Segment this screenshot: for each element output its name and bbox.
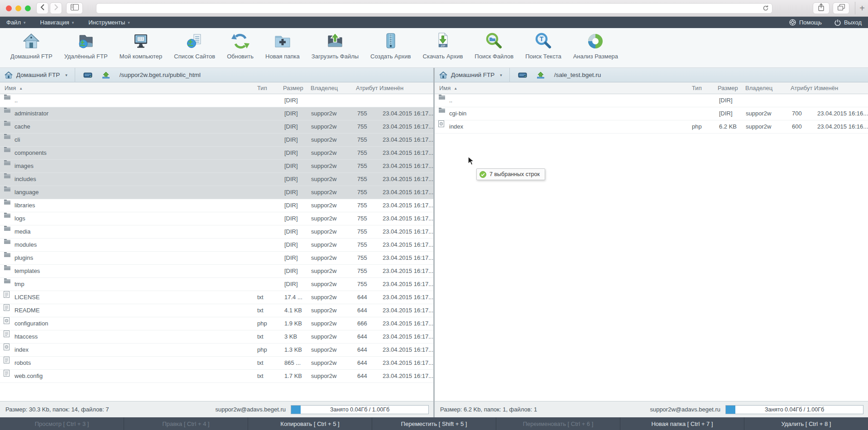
new-tab-button[interactable]: + bbox=[857, 2, 867, 14]
column-header-owner[interactable]: Владелец bbox=[311, 82, 338, 94]
zoom-window-button[interactable] bbox=[25, 5, 31, 11]
cell-attr: 755 bbox=[357, 212, 367, 225]
column-header-name[interactable]: Имя▲ bbox=[5, 82, 23, 94]
toolbar-new-folder-button[interactable]: Новая папка bbox=[259, 31, 306, 60]
cell-modified: 23.04.2015 16:17... bbox=[383, 134, 433, 146]
go-root-button[interactable] bbox=[82, 70, 94, 81]
toolbar-home-ftp-button[interactable]: Домашний FTP bbox=[5, 31, 58, 60]
menu-left: Файл▾Навигация▾Инструменты▾ bbox=[6, 19, 144, 26]
cell-modified: 23.04.2015 16:17... bbox=[383, 291, 433, 304]
table-row[interactable]: robotstxt865 ...suppor2w64423.04.2015 16… bbox=[0, 357, 433, 370]
go-up-button[interactable] bbox=[100, 70, 112, 81]
toolbar-search-text-button[interactable]: TПоиск Текста bbox=[519, 31, 567, 60]
cell-name: cgi-bin bbox=[449, 107, 466, 120]
table-row[interactable]: includes[DIR]suppor2w75523.04.2015 16:17… bbox=[0, 173, 433, 186]
quota-bar[interactable]: Занято 0.04Гб / 1.00Гб bbox=[291, 405, 429, 414]
toolbar-remote-ftp-button[interactable]: Удалённый FTP bbox=[58, 31, 114, 60]
table-row[interactable]: cgi-bin[DIR]suppor2w70023.04.2015 16:16.… bbox=[435, 107, 868, 120]
table-row[interactable]: ..[DIR] bbox=[435, 94, 868, 107]
back-button[interactable] bbox=[36, 2, 48, 14]
toolbar-download-archive-button[interactable]: ZIPСкачать Архив bbox=[417, 31, 469, 60]
menu-navigation[interactable]: Навигация▾ bbox=[40, 19, 74, 26]
power-icon bbox=[834, 19, 841, 26]
column-header-type[interactable]: Тип bbox=[257, 82, 267, 94]
menu-help[interactable]: Помощь bbox=[789, 19, 822, 26]
toolbar-create-archive-button[interactable]: Создать Архив bbox=[364, 31, 417, 60]
address-bar[interactable] bbox=[96, 3, 772, 14]
table-row[interactable]: indexphp6.2 KBsuppor2w60023.04.2015 16:1… bbox=[435, 120, 868, 134]
table-row[interactable]: templates[DIR]suppor2w75523.04.2015 16:1… bbox=[0, 265, 433, 278]
menu-exit[interactable]: Выход bbox=[834, 19, 862, 26]
table-row[interactable]: language[DIR]suppor2w75523.04.2015 16:17… bbox=[0, 186, 433, 199]
column-header-type[interactable]: Тип bbox=[692, 82, 702, 94]
action-копировать[interactable]: Копировать [ Ctrl + 5 ] bbox=[248, 417, 372, 430]
column-header-modified[interactable]: Изменён bbox=[814, 82, 838, 94]
table-row[interactable]: indexphp1.3 KBsuppor2w64423.04.2015 16:1… bbox=[0, 344, 433, 357]
toolbar-my-computer-button[interactable]: Мой компьютер bbox=[114, 31, 168, 60]
table-row[interactable]: components[DIR]suppor2w75523.04.2015 16:… bbox=[0, 147, 433, 160]
table-row[interactable]: READMEtxt4.1 KBsuppor2w64423.04.2015 16:… bbox=[0, 304, 433, 317]
cell-size: 865 ... bbox=[284, 357, 301, 369]
minimize-window-button[interactable] bbox=[15, 5, 21, 11]
column-header-attr[interactable]: Атрибут bbox=[791, 82, 812, 94]
sort-asc-icon: ▲ bbox=[19, 86, 23, 91]
reload-icon[interactable] bbox=[762, 5, 769, 11]
folder-icon bbox=[4, 252, 11, 258]
action-удалить[interactable]: Удалить [ Ctrl + 8 ] bbox=[744, 417, 868, 430]
column-header-owner[interactable]: Владелец bbox=[745, 82, 772, 94]
cell-modified: 23.04.2015 16:17... bbox=[383, 344, 433, 356]
column-header-size[interactable]: Размер bbox=[718, 82, 738, 94]
cell-modified: 23.04.2015 16:17... bbox=[383, 370, 433, 382]
column-header-name[interactable]: Имя▲ bbox=[439, 82, 457, 94]
table-row[interactable]: images[DIR]suppor2w75523.04.2015 16:17..… bbox=[0, 160, 433, 173]
share-button[interactable] bbox=[813, 2, 830, 14]
menu-file[interactable]: Файл▾ bbox=[6, 19, 26, 26]
ftp-source-selector[interactable]: Домашний FTP▾ bbox=[5, 72, 67, 79]
go-up-button[interactable] bbox=[534, 70, 547, 81]
table-row[interactable]: modules[DIR]suppor2w75523.04.2015 16:17.… bbox=[0, 239, 433, 252]
table-row[interactable]: libraries[DIR]suppor2w75523.04.2015 16:1… bbox=[0, 199, 433, 212]
menu-tools[interactable]: Инструменты▾ bbox=[88, 19, 130, 26]
table-row[interactable]: LICENSEtxt17.4 ...suppor2w64423.04.2015 … bbox=[0, 291, 433, 304]
cell-attr: 644 bbox=[357, 291, 367, 304]
quota-bar[interactable]: Занято 0.04Гб / 1.00Гб bbox=[725, 405, 863, 414]
table-row[interactable]: ..[DIR] bbox=[0, 94, 433, 107]
table-row[interactable]: cache[DIR]suppor2w75523.04.2015 16:17... bbox=[0, 120, 433, 134]
close-window-button[interactable] bbox=[6, 5, 12, 11]
cell-owner: suppor2w bbox=[311, 304, 336, 317]
toolbar-site-list-button[interactable]: Список Сайтов bbox=[168, 31, 221, 60]
cell-name: plugins bbox=[14, 252, 33, 264]
table-row[interactable]: web.configtxt1.7 KBsuppor2w64423.04.2015… bbox=[0, 370, 433, 383]
cell-modified: 23.04.2015 16:17... bbox=[383, 252, 433, 264]
go-root-button[interactable] bbox=[516, 70, 529, 81]
table-row[interactable]: media[DIR]suppor2w75523.04.2015 16:17... bbox=[0, 225, 433, 239]
cell-owner: suppor2w bbox=[311, 291, 336, 304]
table-row[interactable]: administrator[DIR]suppor2w75523.04.2015 … bbox=[0, 107, 433, 120]
tab-overview-button[interactable] bbox=[833, 2, 849, 14]
ftp-source-selector[interactable]: Домашний FTP▾ bbox=[439, 72, 502, 79]
sidebar-toggle-button[interactable] bbox=[66, 2, 83, 14]
table-row[interactable]: htaccesstxt3 KBsuppor2w64423.04.2015 16:… bbox=[0, 330, 433, 344]
column-header-attr[interactable]: Атрибут bbox=[356, 82, 378, 94]
panes: Домашний FTP▾/suppor2w.bget.ru/public_ht… bbox=[0, 68, 868, 417]
action-новая[interactable]: Новая папка [ Ctrl + 7 ] bbox=[620, 417, 744, 430]
file-list: ..[DIR]cgi-bin[DIR]suppor2w70023.04.2015… bbox=[435, 94, 868, 401]
cell-owner: suppor2w bbox=[311, 173, 336, 186]
table-row[interactable]: plugins[DIR]suppor2w75523.04.2015 16:17.… bbox=[0, 252, 433, 265]
table-row[interactable]: logs[DIR]suppor2w75523.04.2015 16:17... bbox=[0, 212, 433, 225]
action-переместить[interactable]: Переместить [ Shift + 5 ] bbox=[372, 417, 496, 430]
table-row[interactable]: cli[DIR]suppor2w75523.04.2015 16:17... bbox=[0, 134, 433, 147]
mouse-cursor bbox=[466, 156, 475, 166]
toolbar-upload-files-button[interactable]: Загрузить Файлы bbox=[306, 31, 364, 60]
cell-owner: suppor2w bbox=[311, 147, 336, 159]
table-row[interactable]: tmp[DIR]suppor2w75523.04.2015 16:17... bbox=[0, 278, 433, 291]
column-header-size[interactable]: Размер bbox=[283, 82, 303, 94]
column-header-modified[interactable]: Изменён bbox=[379, 82, 403, 94]
toolbar-search-files-button[interactable]: Поиск Файлов bbox=[469, 31, 519, 60]
table-row[interactable]: configurationphp1.9 KBsuppor2w66623.04.2… bbox=[0, 317, 433, 330]
forward-button[interactable] bbox=[50, 2, 62, 14]
toolbar-refresh-button[interactable]: Обновить bbox=[221, 31, 259, 60]
cell-attr: 755 bbox=[357, 265, 367, 277]
toolbar-size-analysis-button[interactable]: Анализ Размера bbox=[567, 31, 624, 60]
cell-modified: 23.04.2015 16:17... bbox=[383, 173, 433, 186]
